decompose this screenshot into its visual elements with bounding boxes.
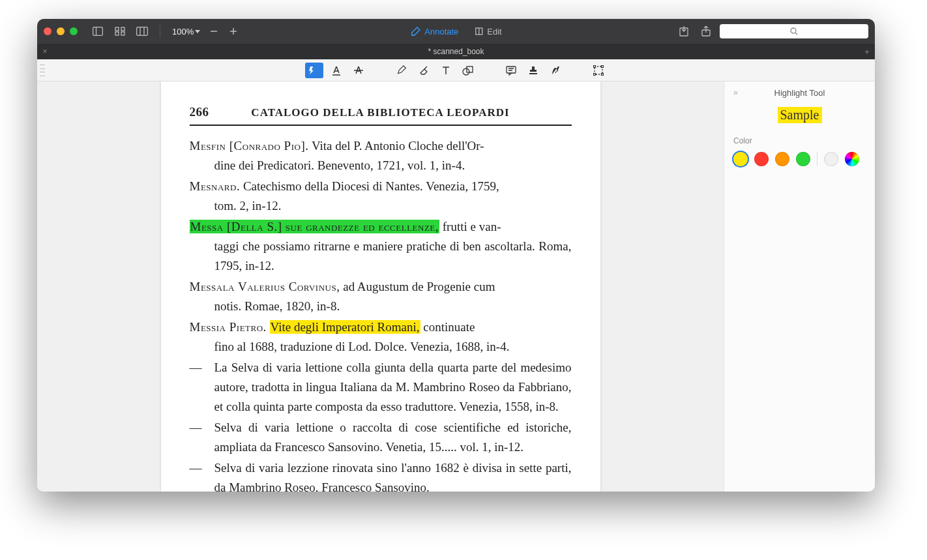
inspector-panel: » Highlight Tool Sample Color bbox=[724, 81, 875, 492]
svg-line-20 bbox=[424, 66, 427, 69]
svg-rect-33 bbox=[601, 73, 603, 75]
highlight-tool[interactable] bbox=[305, 63, 323, 78]
color-swatch-green[interactable] bbox=[796, 152, 810, 166]
eraser-tool[interactable] bbox=[415, 63, 433, 78]
selection-tool[interactable] bbox=[589, 63, 608, 78]
search-input[interactable] bbox=[720, 24, 868, 38]
highlight-green[interactable]: Messa [Della S.] sue grandezze ed eccell… bbox=[190, 220, 440, 233]
strikethrough-tool[interactable] bbox=[349, 63, 368, 78]
catalog-entry: Messala Valerius Corvinus, ad Augustum d… bbox=[190, 277, 572, 316]
close-tab-button[interactable]: × bbox=[37, 47, 53, 56]
collapse-panel-icon[interactable]: » bbox=[733, 88, 738, 97]
color-swatch-red[interactable] bbox=[754, 152, 769, 166]
note-tool[interactable] bbox=[502, 63, 520, 78]
close-window[interactable] bbox=[44, 27, 52, 35]
catalog-subentry: — Selva di varia lettione o raccolta di … bbox=[190, 418, 572, 457]
svg-point-24 bbox=[463, 68, 469, 75]
underline-tool[interactable] bbox=[327, 63, 346, 78]
new-tab-button[interactable]: ＋ bbox=[863, 46, 871, 57]
page-number: 266 bbox=[190, 105, 209, 119]
shape-tool[interactable] bbox=[459, 63, 477, 78]
signature-tool[interactable] bbox=[546, 63, 565, 78]
svg-rect-4 bbox=[115, 32, 119, 35]
window-controls bbox=[44, 27, 78, 35]
catalog-entry: Messia Pietro. Vite degli Imperatori Rom… bbox=[190, 317, 572, 357]
svg-rect-5 bbox=[121, 32, 125, 35]
svg-rect-6 bbox=[137, 27, 148, 36]
svg-rect-32 bbox=[593, 73, 595, 75]
thumbnails-icon[interactable] bbox=[111, 23, 128, 40]
document-viewer[interactable]: 266 CATALOGO DELLA BIBLIOTECA LEOPARDI M… bbox=[37, 81, 724, 492]
tab-bar: × * scanned_book ＋ bbox=[37, 44, 875, 59]
running-head: CATALOGO DELLA BIBLIOTECA LEOPARDI bbox=[209, 106, 552, 119]
toolbar-handle[interactable] bbox=[40, 65, 45, 76]
zoom-controls: 100% bbox=[169, 23, 242, 40]
highlight-sample: Sample bbox=[778, 107, 822, 123]
annotate-mode-button[interactable]: Annotate bbox=[410, 26, 458, 37]
color-swatch-clear[interactable] bbox=[824, 152, 838, 166]
svg-line-17 bbox=[795, 33, 797, 35]
catalog-entry: Mesfin [Conrado Pio]. Vita del P. Antoni… bbox=[190, 136, 572, 175]
color-swatch-orange[interactable] bbox=[775, 152, 789, 166]
document-page: 266 CATALOGO DELLA BIBLIOTECA LEOPARDI M… bbox=[161, 81, 600, 492]
catalog-subentry: — Selva di varia lezzione rinovata sino … bbox=[190, 458, 572, 492]
svg-rect-2 bbox=[115, 27, 119, 31]
minimize-window[interactable] bbox=[57, 27, 65, 35]
highlight-yellow[interactable]: Vite degli Imperatori Romani, bbox=[270, 320, 420, 334]
sidebar-toggle-icon[interactable] bbox=[89, 23, 106, 40]
zoom-in-button[interactable] bbox=[225, 23, 242, 40]
svg-rect-0 bbox=[93, 27, 103, 36]
zoom-window[interactable] bbox=[70, 27, 78, 35]
content-area: 266 CATALOGO DELLA BIBLIOTECA LEOPARDI M… bbox=[37, 81, 875, 492]
stamp-tool[interactable] bbox=[524, 63, 542, 78]
zoom-out-button[interactable] bbox=[205, 23, 222, 40]
color-swatch-custom[interactable] bbox=[845, 152, 859, 166]
catalog-entry: Messa [Della S.] sue grandezze ed eccell… bbox=[190, 217, 572, 276]
contact-sheet-icon[interactable] bbox=[134, 23, 151, 40]
svg-point-16 bbox=[791, 28, 796, 33]
svg-rect-25 bbox=[507, 66, 516, 73]
mode-selector: Annotate Edit bbox=[410, 26, 501, 37]
app-window: 100% Annotate Edit bbox=[37, 19, 875, 492]
text-tool[interactable] bbox=[437, 63, 455, 78]
color-swatch-yellow[interactable] bbox=[733, 152, 748, 166]
pencil-tool[interactable] bbox=[392, 63, 411, 78]
annotation-toolbar bbox=[37, 59, 875, 81]
svg-rect-28 bbox=[529, 73, 537, 74]
tab-title[interactable]: * scanned_book bbox=[428, 47, 484, 56]
zoom-level[interactable]: 100% bbox=[169, 27, 203, 37]
color-swatches bbox=[733, 152, 866, 166]
edit-mode-button[interactable]: Edit bbox=[474, 27, 501, 37]
catalog-subentry: — La Selva di varia lettione colla giunt… bbox=[190, 358, 572, 417]
catalog-entry: Mesnard. Catechismo della Diocesi di Nan… bbox=[190, 177, 572, 216]
panel-title: » Highlight Tool bbox=[733, 88, 866, 98]
share-icon[interactable] bbox=[698, 23, 714, 40]
titlebar: 100% Annotate Edit bbox=[37, 19, 875, 44]
import-icon[interactable] bbox=[675, 23, 692, 40]
svg-rect-30 bbox=[593, 65, 595, 67]
color-label: Color bbox=[733, 136, 866, 145]
svg-rect-3 bbox=[121, 27, 125, 31]
svg-rect-31 bbox=[601, 65, 603, 67]
